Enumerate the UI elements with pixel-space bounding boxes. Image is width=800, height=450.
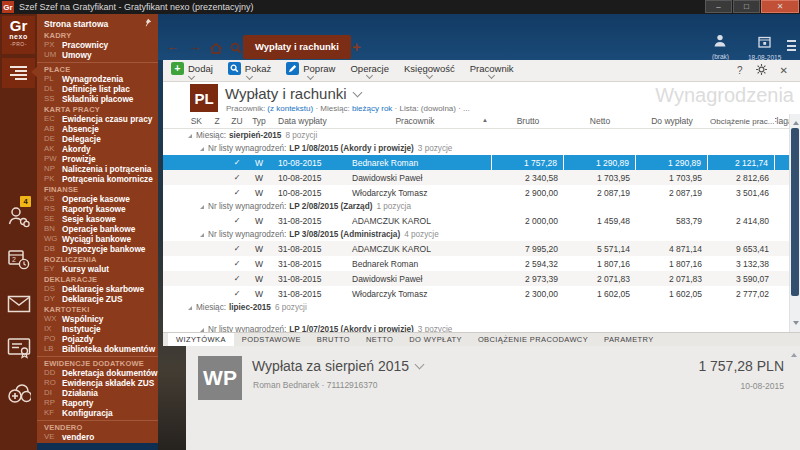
group-row-list[interactable]: Nr listy wynagrodzeń:LP 3/08/2015 (Admin… — [163, 228, 789, 241]
tab-parametry[interactable]: PARAMETRY — [596, 333, 662, 346]
sidebar-item[interactable]: KSOperacje kasowe — [37, 194, 158, 204]
sidebar-item[interactable]: WGWyciągi bankowe — [37, 234, 158, 244]
table-row[interactable]: ✓ W 31-08-2015 Włodarczyk Tomasz 2 300,0… — [163, 286, 789, 301]
toolbar-pracownik-menu[interactable]: Pracownik — [470, 63, 514, 78]
tab-podstawowe[interactable]: PODSTAWOWE — [234, 333, 309, 346]
tab-brutto[interactable]: BRUTTO — [309, 333, 358, 346]
column-header[interactable]: Pracownik▲ — [338, 114, 492, 128]
home-icon[interactable] — [209, 41, 223, 59]
gear-icon[interactable] — [756, 64, 767, 77]
tab-netto[interactable]: NETTO — [358, 333, 401, 346]
table-row[interactable]: ✓ W 31-08-2015 Bednarek Roman 2 594,32 1… — [163, 256, 789, 271]
detail-title[interactable]: Wypłata za sierpień 2015 — [252, 358, 423, 374]
group-row-month[interactable]: Miesiąc:sierpień-20158 pozycji — [163, 129, 789, 142]
sidebar-item[interactable]: PKPotrącenia komornicze — [37, 174, 158, 184]
tab-wyplaty-i-rachunki[interactable]: Wypłaty i rachunki — [243, 35, 351, 59]
filter-month-link[interactable]: bieżący rok — [352, 104, 392, 113]
sidebar-item[interactable]: PLWynagrodzenia — [37, 74, 158, 84]
tab-obciazenie-pracodawcy[interactable]: OBCIĄŻENIE PRACODAWCY — [470, 333, 596, 346]
coins-plus-icon[interactable] — [7, 382, 31, 406]
app-logo[interactable]: Gr nexo -PRO- — [2, 16, 35, 54]
scroll-down-icon[interactable] — [793, 321, 799, 328]
toolbar-pokaz-menu[interactable]: Pokaż — [228, 62, 271, 79]
license-icon[interactable] — [7, 336, 31, 360]
new-tab-button[interactable]: + — [352, 38, 361, 55]
sidebar-item[interactable]: WXWspólnicy — [37, 314, 158, 324]
filter-more[interactable]: ... — [463, 104, 470, 113]
back-icon[interactable]: ← — [166, 40, 179, 53]
scrollbar-thumb[interactable] — [791, 128, 799, 296]
toolbar-popraw-menu[interactable]: Popraw — [286, 62, 335, 79]
tab-do-wyplaty[interactable]: DO WYPŁATY — [401, 333, 470, 346]
sidebar-item[interactable]: AKAkordy — [37, 144, 158, 154]
sidebar-item[interactable]: PXPracownicy — [37, 40, 158, 50]
user-button[interactable]: (brak) — [712, 33, 729, 60]
minimize-button[interactable]: – — [705, 0, 732, 13]
sidebar-item[interactable]: SSSkładniki płacowe — [37, 94, 158, 104]
sidebar-item[interactable]: RPRaporty — [37, 398, 158, 408]
sidebar-item[interactable]: KFKonfiguracja — [37, 408, 158, 418]
table-row[interactable]: ✓ W 31-08-2015 ADAMCZUK KAROL 7 995,20 5… — [163, 241, 789, 256]
search-icon[interactable] — [230, 41, 243, 59]
sidebar-item[interactable]: POPojazdy — [37, 334, 158, 344]
column-header[interactable]: Data wypłaty — [270, 114, 338, 128]
sidebar-item[interactable]: EYKursy walut — [37, 264, 158, 274]
group-row-list[interactable]: Nr listy wynagrodzeń:LP 2/08/2015 (Zarzą… — [163, 200, 789, 213]
sidebar-item[interactable]: DYDeklaracje ZUS — [37, 294, 158, 304]
date-button[interactable]: 18-08-2015 — [748, 34, 781, 61]
sidebar-item[interactable]: DDDekretacja dokumentów — [37, 368, 158, 378]
table-row[interactable]: ✓ W 31-08-2015 ADAMCZUK KAROL 2 000,00 1… — [163, 213, 789, 228]
sidebar-item[interactable]: SESesje kasowe — [37, 214, 158, 224]
sidebar-item[interactable]: DLDefinicje list płac — [37, 84, 158, 94]
sidebar-item[interactable]: DBDyspozycje bankowe — [37, 244, 158, 254]
sidebar-item[interactable]: IXInstytucje — [37, 324, 158, 334]
table-row[interactable]: ✓ W 10-08-2015 Włodarczyk Tomasz 2 900,0… — [163, 185, 789, 200]
column-header[interactable]: SK — [163, 114, 208, 128]
filter-employee-link[interactable]: (z kontekstu) — [267, 104, 313, 113]
calendar-clock-icon[interactable]: 2 — [7, 248, 31, 272]
column-header[interactable]: ZU — [226, 114, 248, 128]
employees-payroll-icon[interactable] — [7, 205, 31, 229]
group-row-list-clipped[interactable]: Nr listy wynagrodzeń:LP 1/07/2015 (Akord… — [163, 323, 789, 332]
sidebar-item[interactable]: UMUmowy — [37, 50, 158, 60]
table-scrollbar[interactable] — [789, 114, 800, 332]
sidebar-item-strona-startowa[interactable]: Strona startowa — [37, 17, 158, 30]
sidebar-item[interactable]: PWProwizje — [37, 154, 158, 164]
column-header[interactable]: Typ — [248, 114, 270, 128]
sidebar-item[interactable]: ROEwidencja składek ZUS — [37, 378, 158, 388]
tab-wizytowka[interactable]: WIZYTÓWKA — [168, 333, 234, 346]
close-button[interactable]: ✕ — [761, 0, 799, 13]
scroll-up-icon[interactable] — [793, 118, 799, 125]
forward-icon[interactable]: → — [188, 40, 201, 53]
sidebar-item[interactable]: DSDeklaracje skarbowe — [37, 284, 158, 294]
toolbar-ksiegowosc-menu[interactable]: Księgowość — [404, 63, 455, 78]
toolbar-operacje-menu[interactable]: Operacje — [350, 63, 389, 78]
column-header[interactable]: Brutto — [492, 114, 564, 128]
close-view-button[interactable]: ✕ — [780, 65, 788, 76]
help-button[interactable]: ? — [737, 65, 743, 76]
panel-scroll-up-icon[interactable] — [791, 350, 797, 357]
maximize-button[interactable]: □ — [733, 0, 760, 13]
column-header[interactable]: Netto — [564, 114, 636, 128]
pin-icon[interactable] — [143, 18, 152, 29]
sidebar-item[interactable]: RSRaporty kasowe — [37, 204, 158, 214]
menu-icon[interactable] — [787, 40, 796, 51]
sidebar-item[interactable]: ECEwidencja czasu pracy — [37, 114, 158, 124]
sidebar-item[interactable]: DEDelegacje — [37, 134, 158, 144]
group-row-month[interactable]: Miesiąc:lipiec-20156 pozycji — [163, 301, 789, 314]
page-title[interactable]: Wypłaty i rachunki — [225, 85, 361, 102]
mail-icon[interactable] — [7, 292, 31, 316]
table-row-selected[interactable]: ✓ W 10-08-2015 Bednarek Roman 1 757,28 1… — [163, 155, 789, 170]
table-row[interactable]: ✓ W 31-08-2015 Dawidowski Paweł 2 973,39… — [163, 271, 789, 286]
sidebar-item[interactable]: ABAbsencje — [37, 124, 158, 134]
sidebar-item[interactable]: NPNaliczenia i potrącenia — [37, 164, 158, 174]
sidebar-item[interactable]: VEvendero — [37, 432, 158, 442]
column-header[interactable]: Do wypłaty — [636, 114, 708, 128]
group-row-list[interactable]: Nr listy wynagrodzeń:LP 1/08/2015 (Akord… — [163, 142, 789, 155]
sidebar-item[interactable]: BNOperacje bankowe — [37, 224, 158, 234]
column-header[interactable]: Obciążenie prac... — [708, 114, 775, 128]
sidebar-item[interactable]: DIDziałania — [37, 388, 158, 398]
sidebar-item[interactable]: LBBiblioteka dokumentów — [37, 344, 158, 354]
toolbar-dodaj-menu[interactable]: +Dodaj — [171, 62, 213, 79]
column-header[interactable]: Flaga — [775, 114, 789, 128]
